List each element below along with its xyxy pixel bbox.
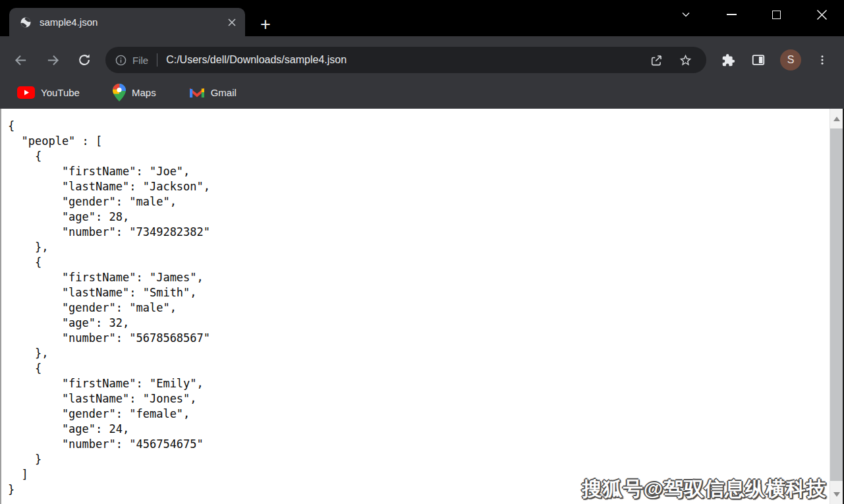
scroll-up-button[interactable] <box>830 109 843 128</box>
page-content: { "people" : [ { "firstName": "Joe", "la… <box>0 109 844 504</box>
omnibox-address-bar[interactable]: File C:/Users/dell/Downloads/sample4.jso… <box>105 47 706 73</box>
info-icon[interactable] <box>115 54 127 67</box>
tab-sample4-json[interactable]: sample4.json <box>9 8 245 36</box>
file-scheme-chip[interactable]: File <box>132 55 148 66</box>
gmail-icon <box>189 86 205 99</box>
titlebar: sample4.json + <box>0 0 844 36</box>
bookmark-star-icon[interactable] <box>674 49 696 71</box>
back-arrow-icon[interactable] <box>9 48 32 72</box>
scrollbar-thumb[interactable] <box>830 128 843 481</box>
tab-search-chevron-down-icon[interactable] <box>671 4 700 25</box>
side-panel-icon[interactable] <box>746 48 770 72</box>
google-maps-icon <box>113 84 126 101</box>
json-file-text: { "people" : [ { "firstName": "Joe", "la… <box>1 109 210 497</box>
window-minimize-icon[interactable] <box>717 0 746 29</box>
forward-arrow-icon[interactable] <box>41 48 65 72</box>
scroll-down-button[interactable] <box>830 484 843 504</box>
extensions-puzzle-icon[interactable] <box>716 48 740 72</box>
watermark-text: 搜狐号@驾驭信息纵横科技 <box>582 476 827 503</box>
url-text: C:/Users/dell/Downloads/sample4.json <box>166 54 645 66</box>
window-close-icon[interactable] <box>807 0 837 29</box>
tab-close-icon[interactable] <box>225 16 239 29</box>
bookmark-label: YouTube <box>41 87 80 98</box>
youtube-icon <box>17 86 35 99</box>
vertical-scrollbar[interactable] <box>830 109 843 504</box>
globe-icon <box>20 16 32 28</box>
toolbar: File C:/Users/dell/Downloads/sample4.jso… <box>0 36 844 76</box>
bookmark-maps[interactable]: Maps <box>109 81 160 104</box>
bookmarks-bar: YouTube Maps Gma <box>0 76 844 109</box>
reload-icon[interactable] <box>72 48 96 72</box>
bookmark-label: Maps <box>132 87 156 98</box>
profile-avatar[interactable]: S <box>780 49 801 70</box>
bookmark-youtube[interactable]: YouTube <box>13 84 84 101</box>
bookmark-label: Gmail <box>211 87 237 98</box>
omnibox-divider <box>157 53 157 67</box>
share-icon[interactable] <box>645 49 667 71</box>
new-tab-button[interactable]: + <box>256 14 275 34</box>
triangle-up-icon <box>833 117 840 121</box>
triangle-down-icon <box>833 492 840 497</box>
tab-title: sample4.json <box>40 16 225 28</box>
kebab-menu-icon[interactable] <box>810 48 834 72</box>
window-maximize-icon[interactable] <box>762 0 791 29</box>
bookmark-gmail[interactable]: Gmail <box>185 84 240 101</box>
